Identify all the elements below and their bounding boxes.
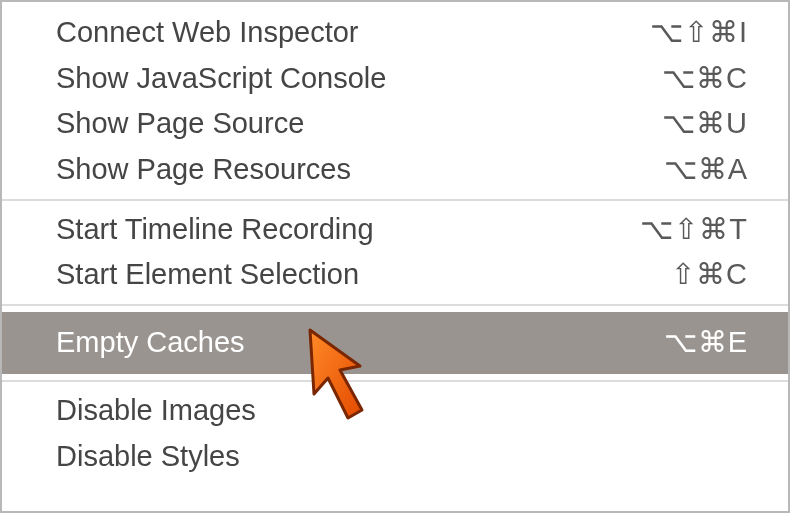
menu-item-label: Show Page Source xyxy=(56,105,304,143)
menu-item-label: Disable Styles xyxy=(56,438,240,476)
menu-item-show-javascript-console[interactable]: Show JavaScript Console ⌥⌘C xyxy=(2,56,788,102)
menu-item-shortcut: ⌥⌘C xyxy=(662,60,748,98)
menu-item-label: Start Timeline Recording xyxy=(56,211,374,249)
menu-item-label: Connect Web Inspector xyxy=(56,14,359,52)
menu-item-label: Empty Caches xyxy=(56,324,245,362)
menu-item-disable-styles[interactable]: Disable Styles xyxy=(2,434,788,480)
menu-item-label: Start Element Selection xyxy=(56,256,359,294)
menu-item-show-page-source[interactable]: Show Page Source ⌥⌘U xyxy=(2,101,788,147)
menu-item-label: Show Page Resources xyxy=(56,151,351,189)
menu-item-shortcut: ⌥⌘E xyxy=(664,324,748,362)
menu-separator xyxy=(2,304,788,306)
menu-item-show-page-resources[interactable]: Show Page Resources ⌥⌘A xyxy=(2,147,788,193)
menu-item-start-timeline-recording[interactable]: Start Timeline Recording ⌥⇧⌘T xyxy=(2,207,788,253)
menu-separator xyxy=(2,199,788,201)
menu-separator xyxy=(2,380,788,382)
menu-item-shortcut: ⌥⇧⌘T xyxy=(640,211,748,249)
menu-item-label: Show JavaScript Console xyxy=(56,60,386,98)
menu-item-shortcut: ⌥⌘A xyxy=(664,151,748,189)
menu-item-empty-caches[interactable]: Empty Caches ⌥⌘E xyxy=(2,312,788,374)
menu-item-disable-images[interactable]: Disable Images xyxy=(2,388,788,434)
menu-item-connect-web-inspector[interactable]: Connect Web Inspector ⌥⇧⌘I xyxy=(2,10,788,56)
menu-item-label: Disable Images xyxy=(56,392,256,430)
menu-item-shortcut: ⇧⌘C xyxy=(671,256,748,294)
menu-item-shortcut: ⌥⇧⌘I xyxy=(650,14,748,52)
develop-menu: Connect Web Inspector ⌥⇧⌘I Show JavaScri… xyxy=(2,2,788,479)
menu-item-shortcut: ⌥⌘U xyxy=(662,105,748,143)
menu-item-start-element-selection[interactable]: Start Element Selection ⇧⌘C xyxy=(2,252,788,298)
